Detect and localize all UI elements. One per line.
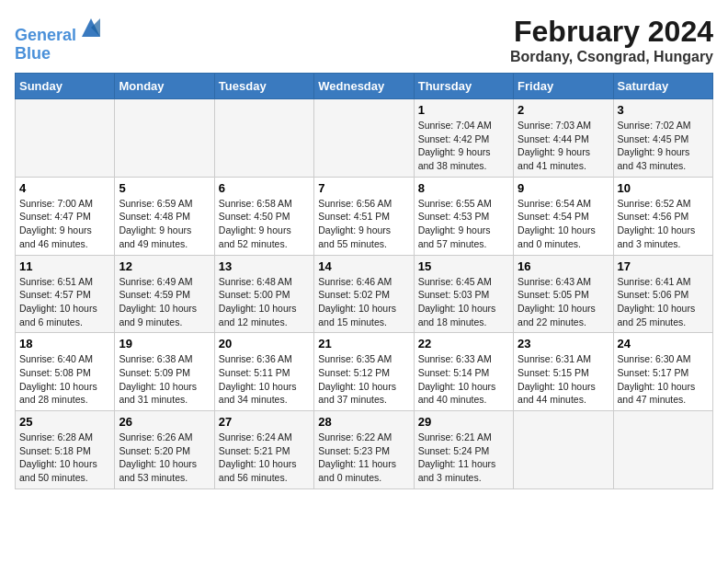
day-info: Sunrise: 6:49 AMSunset: 4:59 PMDaylight:…	[119, 275, 210, 329]
day-info: Sunrise: 6:40 AMSunset: 5:08 PMDaylight:…	[19, 352, 110, 407]
day-info: Sunrise: 6:59 AMSunset: 4:48 PMDaylight:…	[119, 197, 210, 251]
calendar-cell: 20Sunrise: 6:36 AMSunset: 5:11 PMDayligh…	[214, 333, 313, 411]
day-number: 26	[119, 415, 210, 429]
day-number: 29	[418, 415, 509, 429]
day-info: Sunrise: 7:03 AMSunset: 4:44 PMDaylight:…	[518, 119, 609, 173]
calendar-cell: 16Sunrise: 6:43 AMSunset: 5:05 PMDayligh…	[514, 255, 613, 333]
calendar-cell: 2Sunrise: 7:03 AMSunset: 4:44 PMDaylight…	[514, 99, 613, 178]
day-number: 17	[618, 259, 709, 273]
calendar-cell: 13Sunrise: 6:48 AMSunset: 5:00 PMDayligh…	[214, 255, 313, 333]
header: General Blue February 2024 Bordany, Cson…	[15, 15, 713, 65]
day-info: Sunrise: 6:48 AMSunset: 5:00 PMDaylight:…	[219, 275, 310, 329]
day-info: Sunrise: 6:41 AMSunset: 5:06 PMDaylight:…	[618, 275, 709, 329]
day-info: Sunrise: 6:35 AMSunset: 5:12 PMDaylight:…	[318, 352, 409, 407]
calendar-cell: 23Sunrise: 6:31 AMSunset: 5:15 PMDayligh…	[514, 333, 613, 411]
day-number: 28	[318, 415, 409, 429]
calendar-cell: 26Sunrise: 6:26 AMSunset: 5:20 PMDayligh…	[115, 411, 214, 489]
day-number: 2	[518, 103, 609, 117]
day-info: Sunrise: 6:38 AMSunset: 5:09 PMDaylight:…	[119, 352, 210, 407]
calendar-cell: 7Sunrise: 6:56 AMSunset: 4:51 PMDaylight…	[314, 177, 414, 255]
day-number: 15	[418, 259, 509, 273]
day-info: Sunrise: 6:26 AMSunset: 5:20 PMDaylight:…	[119, 431, 210, 485]
logo-text: General Blue	[15, 15, 104, 63]
weekday-header-monday: Monday	[115, 74, 214, 99]
calendar-cell: 14Sunrise: 6:46 AMSunset: 5:02 PMDayligh…	[314, 255, 414, 333]
weekday-header-thursday: Thursday	[414, 74, 513, 99]
day-number: 21	[318, 337, 409, 350]
day-info: Sunrise: 6:55 AMSunset: 4:53 PMDaylight:…	[418, 197, 509, 251]
calendar-week-3: 11Sunrise: 6:51 AMSunset: 4:57 PMDayligh…	[16, 255, 713, 333]
day-info: Sunrise: 6:28 AMSunset: 5:18 PMDaylight:…	[19, 431, 110, 485]
day-number: 23	[518, 337, 609, 350]
day-info: Sunrise: 6:22 AMSunset: 5:23 PMDaylight:…	[318, 431, 409, 485]
logo-icon	[78, 15, 104, 40]
day-info: Sunrise: 7:00 AMSunset: 4:47 PMDaylight:…	[19, 197, 110, 251]
calendar-cell: 27Sunrise: 6:24 AMSunset: 5:21 PMDayligh…	[214, 411, 313, 489]
calendar-week-2: 4Sunrise: 7:00 AMSunset: 4:47 PMDaylight…	[16, 177, 713, 255]
calendar-cell: 15Sunrise: 6:45 AMSunset: 5:03 PMDayligh…	[414, 255, 513, 333]
day-number: 6	[219, 181, 310, 195]
calendar-header: SundayMondayTuesdayWednesdayThursdayFrid…	[16, 74, 713, 99]
calendar-cell	[514, 411, 613, 489]
day-info: Sunrise: 6:46 AMSunset: 5:02 PMDaylight:…	[318, 275, 409, 329]
calendar-cell: 12Sunrise: 6:49 AMSunset: 4:59 PMDayligh…	[115, 255, 214, 333]
logo-blue: Blue	[15, 44, 51, 63]
day-info: Sunrise: 6:52 AMSunset: 4:56 PMDaylight:…	[618, 197, 709, 251]
location-title: Bordany, Csongrad, Hungary	[510, 49, 713, 65]
calendar-week-4: 18Sunrise: 6:40 AMSunset: 5:08 PMDayligh…	[16, 333, 713, 411]
weekday-header-wednesday: Wednesday	[314, 74, 414, 99]
day-number: 27	[219, 415, 310, 429]
day-number: 24	[618, 337, 709, 350]
calendar-cell: 9Sunrise: 6:54 AMSunset: 4:54 PMDaylight…	[514, 177, 613, 255]
day-number: 1	[418, 103, 509, 117]
day-info: Sunrise: 6:51 AMSunset: 4:57 PMDaylight:…	[19, 275, 110, 329]
month-title: February 2024	[510, 15, 713, 49]
calendar-week-1: 1Sunrise: 7:04 AMSunset: 4:42 PMDaylight…	[16, 99, 713, 178]
day-info: Sunrise: 6:36 AMSunset: 5:11 PMDaylight:…	[219, 352, 310, 407]
weekday-header-tuesday: Tuesday	[214, 74, 313, 99]
calendar-cell	[115, 99, 214, 178]
calendar-cell: 1Sunrise: 7:04 AMSunset: 4:42 PMDaylight…	[414, 99, 513, 178]
day-number: 5	[119, 181, 210, 195]
calendar-cell: 24Sunrise: 6:30 AMSunset: 5:17 PMDayligh…	[613, 333, 712, 411]
day-number: 9	[518, 181, 609, 195]
calendar-cell: 21Sunrise: 6:35 AMSunset: 5:12 PMDayligh…	[314, 333, 414, 411]
calendar-cell: 11Sunrise: 6:51 AMSunset: 4:57 PMDayligh…	[16, 255, 115, 333]
weekday-header-saturday: Saturday	[613, 74, 712, 99]
day-number: 7	[318, 181, 409, 195]
calendar-body: 1Sunrise: 7:04 AMSunset: 4:42 PMDaylight…	[16, 99, 713, 489]
day-info: Sunrise: 6:56 AMSunset: 4:51 PMDaylight:…	[318, 197, 409, 251]
day-number: 3	[618, 103, 709, 117]
day-info: Sunrise: 6:30 AMSunset: 5:17 PMDaylight:…	[618, 352, 709, 407]
day-number: 22	[418, 337, 509, 350]
calendar-table: SundayMondayTuesdayWednesdayThursdayFrid…	[15, 73, 713, 489]
calendar-cell: 28Sunrise: 6:22 AMSunset: 5:23 PMDayligh…	[314, 411, 414, 489]
day-number: 4	[19, 181, 110, 195]
day-info: Sunrise: 6:54 AMSunset: 4:54 PMDaylight:…	[518, 197, 609, 251]
calendar-cell: 29Sunrise: 6:21 AMSunset: 5:24 PMDayligh…	[414, 411, 513, 489]
day-number: 16	[518, 259, 609, 273]
weekday-header-friday: Friday	[514, 74, 613, 99]
day-info: Sunrise: 6:43 AMSunset: 5:05 PMDaylight:…	[518, 275, 609, 329]
day-number: 11	[19, 259, 110, 273]
calendar-cell: 17Sunrise: 6:41 AMSunset: 5:06 PMDayligh…	[613, 255, 712, 333]
day-number: 18	[19, 337, 110, 350]
calendar-cell: 3Sunrise: 7:02 AMSunset: 4:45 PMDaylight…	[613, 99, 712, 178]
day-info: Sunrise: 7:02 AMSunset: 4:45 PMDaylight:…	[618, 119, 709, 173]
day-number: 14	[318, 259, 409, 273]
weekday-header-sunday: Sunday	[16, 74, 115, 99]
day-info: Sunrise: 6:33 AMSunset: 5:14 PMDaylight:…	[418, 352, 509, 407]
day-number: 8	[418, 181, 509, 195]
calendar-cell: 19Sunrise: 6:38 AMSunset: 5:09 PMDayligh…	[115, 333, 214, 411]
day-number: 19	[119, 337, 210, 350]
day-info: Sunrise: 6:58 AMSunset: 4:50 PMDaylight:…	[219, 197, 310, 251]
day-number: 12	[119, 259, 210, 273]
logo: General Blue	[15, 15, 104, 63]
calendar-cell: 8Sunrise: 6:55 AMSunset: 4:53 PMDaylight…	[414, 177, 513, 255]
calendar-week-5: 25Sunrise: 6:28 AMSunset: 5:18 PMDayligh…	[16, 411, 713, 489]
day-number: 25	[19, 415, 110, 429]
calendar-cell: 25Sunrise: 6:28 AMSunset: 5:18 PMDayligh…	[16, 411, 115, 489]
weekday-header-row: SundayMondayTuesdayWednesdayThursdayFrid…	[16, 74, 713, 99]
calendar-cell: 5Sunrise: 6:59 AMSunset: 4:48 PMDaylight…	[115, 177, 214, 255]
logo-general: General	[15, 26, 76, 44]
